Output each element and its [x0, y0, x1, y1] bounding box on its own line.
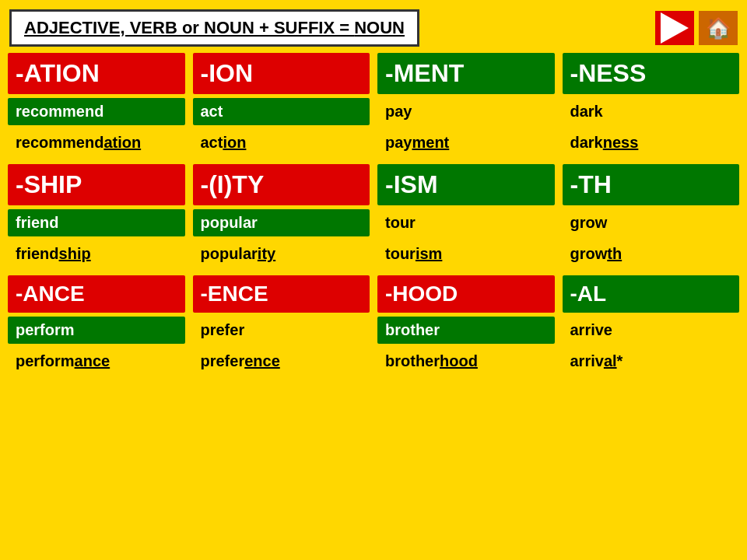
section-ation: -ATION recommend recommendation [8, 53, 185, 156]
play-button[interactable] [655, 11, 694, 45]
section-ance: -ANCE perform performance [8, 275, 185, 375]
base-arrive: arrive [563, 317, 740, 344]
section-ment: -MENT pay payment [377, 53, 555, 156]
suffix-underline-th: th [607, 245, 622, 262]
base-popular: popular [193, 209, 370, 236]
suffix-ion: -ION [193, 53, 370, 94]
result-growth: growth [563, 240, 740, 268]
suffix-ity: -(I)TY [193, 164, 370, 205]
result-payment: payment [377, 129, 555, 156]
section-ism: -ISM tour tourism [377, 164, 555, 268]
suffix-al: -AL [563, 275, 740, 313]
suffix-ment: -MENT [377, 53, 555, 94]
result-darkness: darkness [563, 129, 740, 156]
play-icon [661, 12, 689, 44]
base-grow: grow [563, 209, 740, 236]
suffix-ence: -ENCE [193, 275, 370, 313]
base-dark: dark [563, 98, 740, 125]
base-brother: brother [377, 317, 555, 344]
section-ity: -(I)TY popular popularity [193, 164, 370, 268]
header-title-prefix: ADJECTIVE, VERB or NOUN + SUFFIX = [24, 18, 354, 37]
section-ship: -SHIP friend friendship [8, 164, 185, 268]
base-prefer: prefer [193, 317, 370, 344]
suffix-underline-ship: ship [59, 245, 91, 262]
suffix-underline-ance: ance [75, 352, 110, 369]
result-brotherhood: brotherhood [377, 348, 555, 375]
result-recommendation: recommendation [8, 129, 185, 156]
suffix-underline-ation: ation [103, 134, 141, 151]
suffix-th: -TH [563, 164, 740, 205]
home-icon: 🏠 [706, 16, 731, 40]
result-popularity: popularity [193, 240, 370, 268]
result-action: action [193, 129, 370, 156]
suffix-ation: -ATION [8, 53, 185, 94]
section-hood: -HOOD brother brotherhood [377, 275, 555, 375]
result-performance: performance [8, 348, 185, 375]
result-preference: preference [193, 348, 370, 375]
result-tourism: tourism [377, 240, 555, 268]
suffix-underline-ism: ism [416, 245, 442, 262]
suffix-underline-ity: ity [258, 245, 275, 262]
base-pay: pay [377, 98, 555, 125]
suffix-underline-ion: ion [223, 134, 246, 151]
section-ence: -ENCE prefer preference [193, 275, 370, 375]
base-friend: friend [8, 209, 185, 236]
section-ness: -NESS dark darkness [563, 53, 740, 156]
base-tour: tour [377, 209, 555, 236]
suffix-underline-ness: ness [603, 134, 639, 151]
header: ADJECTIVE, VERB or NOUN + SUFFIX = NOUN … [9, 9, 738, 47]
header-title-suffix: NOUN [354, 18, 405, 37]
suffix-ism: -ISM [377, 164, 555, 205]
base-recommend: recommend [8, 98, 185, 125]
suffix-ance: -ANCE [8, 275, 185, 313]
suffix-hood: -HOOD [377, 275, 555, 313]
suffix-underline-ment: ment [412, 134, 449, 151]
result-arrival: arrival* [563, 348, 740, 375]
header-icons: 🏠 [655, 11, 738, 45]
suffix-underline-ence: ence [244, 352, 280, 369]
section-th: -TH grow growth [563, 164, 740, 268]
result-friendship: friendship [8, 240, 185, 268]
section-ion: -ION act action [193, 53, 370, 156]
home-button[interactable]: 🏠 [699, 11, 738, 45]
section-al: -AL arrive arrival* [563, 275, 740, 375]
suffix-underline-al: al [604, 352, 617, 369]
header-title: ADJECTIVE, VERB or NOUN + SUFFIX = NOUN [9, 9, 419, 47]
base-act: act [193, 98, 370, 125]
suffix-underline-hood: hood [440, 352, 478, 369]
suffix-ness: -NESS [563, 53, 740, 94]
base-perform: perform [8, 317, 185, 344]
suffix-ship: -SHIP [8, 164, 185, 205]
